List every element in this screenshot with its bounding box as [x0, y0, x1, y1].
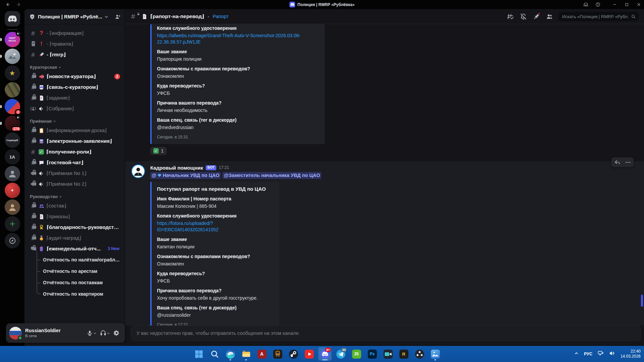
text-channel-item[interactable]: #⌈аудит-наград⌋ — [27, 233, 122, 243]
inbox-icon[interactable] — [583, 2, 588, 7]
taskbar-app-photos[interactable] — [429, 347, 442, 361]
thread-item[interactable]: Отчётность по поставкам — [27, 277, 122, 288]
server-icon-1a-server[interactable]: 1A — [5, 149, 20, 165]
network-icon[interactable] — [598, 350, 604, 358]
taskbar-app-photoshop[interactable]: Ps — [366, 347, 379, 361]
role-mention[interactable]: @Заместитель начальника УВД по ЦАО — [222, 172, 321, 179]
taskbar-app-train[interactable] — [271, 347, 284, 361]
rules-channel-icon — [30, 40, 36, 48]
server-icon-rmrp-media[interactable]: RMRPMEDIA — [5, 32, 20, 47]
server-icon-red-server[interactable]: ✦ — [5, 183, 20, 198]
server-icon-blue-red-server[interactable]: 2 — [5, 99, 20, 114]
text-channel-item[interactable]: #⌈приказы⌋ — [27, 211, 122, 222]
search-input[interactable]: Искать «Полиция | RMRP «Рубл... — [559, 12, 639, 21]
pinned-messages-icon[interactable] — [533, 13, 540, 20]
tray-overflow-chevron-icon[interactable] — [574, 351, 579, 357]
server-icon-avatar-server-1[interactable] — [5, 166, 20, 181]
text-channel-item[interactable]: #⌈связь-с-куратором⌋ — [27, 82, 122, 93]
language-indicator[interactable]: РУС — [584, 352, 592, 356]
text-channel-item[interactable]: #✓⌈получение-роли⌋ — [27, 146, 122, 157]
taskbar-app-discord[interactable]: 9+ — [318, 347, 332, 361]
server-header[interactable]: Полиция | RMRP «Рублё... — [24, 9, 125, 24]
discord-home-button[interactable] — [5, 11, 20, 26]
reply-icon[interactable] — [613, 159, 621, 166]
text-channel-icon: # — [30, 73, 36, 80]
question-mark-icon: ? — [39, 31, 44, 36]
reaction-pill[interactable]: ✓1 — [150, 147, 167, 155]
invite-people-icon[interactable] — [115, 14, 121, 20]
taskbar-app-telegram[interactable]: 33 — [334, 347, 347, 361]
maximize-button[interactable] — [624, 2, 629, 7]
volume-icon[interactable] — [609, 350, 615, 358]
threads-icon[interactable] — [506, 13, 514, 20]
server-icon-174-server[interactable]: 174 — [5, 116, 20, 131]
server-icon-avatar-server-2[interactable] — [5, 199, 20, 215]
more-options-icon[interactable] — [624, 159, 632, 166]
close-button[interactable] — [636, 2, 641, 7]
unread-pill — [0, 122, 2, 125]
text-channel-item[interactable]: #⌈благодарность-руководств... — [27, 222, 122, 233]
taskbar-app-start[interactable] — [192, 347, 206, 361]
headphones-button[interactable] — [99, 328, 111, 338]
category-header[interactable]: Кураторская — [27, 60, 122, 71]
taskbar-app-hours25[interactable]: 25 — [350, 347, 363, 361]
bot-avatar[interactable] — [131, 165, 145, 178]
text-channel-item[interactable]: #⌈задание⌋ — [27, 93, 122, 103]
server-icon-camo-server[interactable] — [5, 82, 20, 98]
voice-channel-item[interactable]: ⌈Приёмная No 1⌋ — [27, 168, 122, 179]
server-icon-ns-server[interactable] — [5, 49, 20, 64]
taskbar-app-explorer[interactable] — [239, 347, 253, 361]
thread-item[interactable]: Отчётность по квартиром — [27, 288, 122, 300]
text-channel-icon: # — [30, 224, 36, 231]
user-info[interactable]: RussianSoldier В сети — [25, 328, 61, 338]
message-input-disabled: У вас недостаточно прав, чтобы отправлят… — [131, 325, 641, 341]
category-header[interactable]: Руководство — [27, 189, 122, 200]
taskbar-app-search[interactable] — [208, 347, 221, 361]
server-icon-server-r[interactable]: СерверR — [5, 132, 20, 148]
user-avatar[interactable] — [9, 327, 22, 340]
text-channel-item[interactable]: #⌈новости-куратора⌋2 — [27, 71, 122, 82]
taskbar-app-edge[interactable] — [224, 347, 237, 361]
message-author[interactable]: Кадровый помощник — [150, 165, 203, 171]
role-mention[interactable]: @ Начальник УВД по ЦАО — [150, 172, 221, 179]
rules-channel-item[interactable]: !- ⌈правила⌋ — [27, 39, 122, 49]
member-list-icon[interactable] — [546, 13, 553, 20]
notifications-muted-icon[interactable] — [520, 13, 527, 20]
embed-field-link[interactable]: https://fotora.ru/uploaded/?ID=ERCGM1403… — [157, 220, 274, 233]
server-icon-star-server[interactable]: ★ — [5, 65, 20, 81]
text-channel-item[interactable]: #⌈состав⌋ — [27, 200, 122, 211]
channel-topic-link[interactable]: Рапорт — [213, 14, 229, 19]
forum-channel-item[interactable]: ⌈еженедельный-отч...3 New — [27, 243, 122, 254]
settings-gear-button[interactable] — [112, 328, 121, 338]
embed-field-label: Ваша спец. связь (тег в дискорде) — [157, 117, 319, 123]
channel-sidebar: Полиция | RMRP «Рублё... #?- ⌈информация… — [24, 9, 125, 346]
text-channel-item[interactable]: #⌈информационная-доска⌋ — [27, 125, 122, 136]
taskbar-app-rockstar[interactable]: R — [397, 347, 411, 361]
add-server-button[interactable] — [5, 216, 20, 232]
text-channel-item[interactable]: #?- ⌈информация⌋ — [27, 28, 122, 39]
taskbar-app-aimp[interactable]: A — [255, 347, 269, 361]
thread-item[interactable]: Отчётность по арестам — [27, 265, 122, 277]
taskbar-clock[interactable]: 22:40 14.03.2026 — [621, 349, 641, 359]
category-header[interactable]: Приёмная — [27, 114, 122, 125]
thread-item[interactable]: Отчётность по налётам/ограблениям — [27, 254, 122, 265]
embed-field-value: УФСБ — [157, 278, 274, 284]
taskbar-app-youtube[interactable] — [303, 347, 316, 361]
text-channel-item[interactable]: #⌈электронные-заявления⌋ — [27, 136, 122, 146]
help-icon[interactable] — [595, 2, 600, 7]
stage-channel-item[interactable]: ⌈Собрание⌋ — [27, 103, 122, 114]
taskbar-app-video-editor[interactable] — [381, 347, 395, 361]
taskbar-app-steam[interactable] — [287, 347, 300, 361]
embed-field-value: УФСБ — [157, 90, 319, 97]
embed-field-link[interactable]: https://allwebs.ru/image/Grand-Theft-Aut… — [157, 33, 319, 45]
nav-back-icon[interactable] — [5, 2, 10, 7]
text-channel-item[interactable]: #⌈гостевой-чат⌋ — [27, 157, 122, 168]
explore-servers-button[interactable] — [5, 233, 20, 248]
microphone-button[interactable] — [85, 328, 98, 338]
taskbar-app-obs[interactable] — [413, 347, 426, 361]
voice-channel-item[interactable]: ⌈Приёмная No 2⌋ — [27, 179, 122, 189]
minimize-button[interactable] — [612, 2, 617, 7]
nav-forward-icon[interactable] — [16, 2, 21, 7]
scrollbar-thumb[interactable] — [641, 295, 643, 307]
text-channel-item[interactable]: #- ⌈rmrp⌋ — [27, 49, 122, 60]
